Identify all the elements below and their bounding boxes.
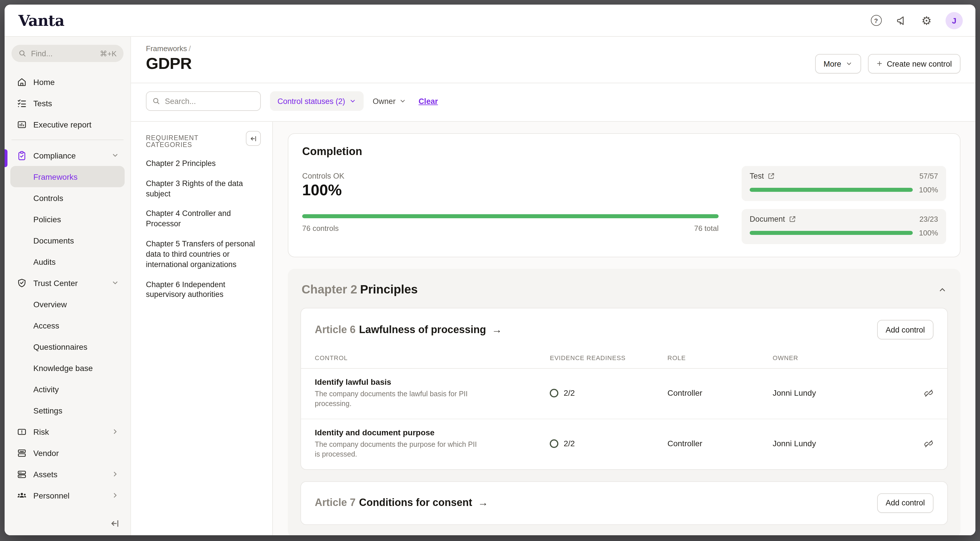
avatar[interactable]: J <box>945 12 963 29</box>
test-progress-bar <box>750 188 913 192</box>
megaphone-icon[interactable] <box>895 14 908 27</box>
completion-stats: Test 57/57 <box>741 145 946 244</box>
completion-progress-bar <box>302 214 719 218</box>
help-icon[interactable]: ? <box>870 14 882 27</box>
chevron-down-icon <box>111 152 119 159</box>
unlink-icon[interactable] <box>916 439 934 448</box>
arrow-right-icon: → <box>492 324 502 336</box>
vanta-logo: Vanta <box>18 12 64 29</box>
article-6-card: Article 6 Lawfulness of processing → Add… <box>301 308 948 469</box>
gear-icon[interactable]: ⚙ <box>920 14 933 27</box>
role-value: Controller <box>668 388 773 398</box>
sidebar-item-policies[interactable]: Policies <box>10 208 125 230</box>
requirement-categories-panel: REQUIREMENT CATEGORIES Chapter 2 Princip… <box>131 122 273 535</box>
sidebar-item-personnel[interactable]: Personnel <box>10 485 125 506</box>
document-stat-card: Document 23/23 <box>741 209 946 244</box>
panel-collapse-button[interactable] <box>246 131 261 146</box>
column-role: ROLE <box>668 354 773 361</box>
owner-filter[interactable]: Owner <box>373 97 406 105</box>
home-icon <box>16 76 27 87</box>
shield-check-icon <box>16 277 27 288</box>
chevron-up-icon[interactable] <box>938 285 947 294</box>
owner-value: Jonni Lundy <box>773 439 916 448</box>
add-control-button[interactable]: Add control <box>877 320 934 339</box>
control-description: The company documents the lawful basis f… <box>315 389 481 409</box>
sidebar-item-risk[interactable]: Risk <box>10 421 125 442</box>
control-name[interactable]: Identity and document purpose <box>315 428 550 437</box>
header-actions: More + Create new control <box>815 54 961 73</box>
unlink-icon[interactable] <box>916 388 934 398</box>
sidebar-item-access[interactable]: Access <box>10 315 125 336</box>
find-input[interactable]: Find... ⌘+K <box>11 45 124 62</box>
page-header: Frameworks/ GDPR More + <box>131 37 975 83</box>
table-row[interactable]: Identity and document purpose The compan… <box>301 418 947 469</box>
sidebar-footer <box>10 515 125 530</box>
sidebar-item-home[interactable]: Home <box>10 71 125 92</box>
owner-value: Jonni Lundy <box>773 388 916 398</box>
sidebar-collapse-icon[interactable] <box>110 519 120 528</box>
sidebar-item-questionnaires[interactable]: Questionnaires <box>10 336 125 357</box>
category-chapter-3[interactable]: Chapter 3 Rights of the data subject <box>146 178 261 199</box>
control-statuses-filter[interactable]: Control statuses (2) <box>270 91 364 111</box>
arrow-right-icon: → <box>478 497 488 509</box>
add-control-button[interactable]: Add control <box>877 493 934 512</box>
category-chapter-6[interactable]: Chapter 6 Independent supervisory author… <box>146 279 261 300</box>
app-body: Find... ⌘+K Home Tests <box>5 37 975 535</box>
top-bar: Vanta ? ⚙ J <box>5 5 975 37</box>
sidebar-item-assets[interactable]: Assets <box>10 463 125 485</box>
category-chapter-2[interactable]: Chapter 2 Principles <box>146 159 261 169</box>
sidebar-item-audits[interactable]: Audits <box>10 251 125 272</box>
document-stat-link[interactable]: Document <box>750 215 796 223</box>
sidebar-item-settings[interactable]: Settings <box>10 400 125 421</box>
article-7-title[interactable]: Article 7 Conditions for consent → <box>315 497 488 509</box>
chevron-right-icon <box>111 492 119 499</box>
sidebar-item-executive-report[interactable]: Executive report <box>10 114 125 135</box>
chapter-2-title: Chapter 2Principles <box>302 283 418 296</box>
chevron-down-icon <box>111 279 119 286</box>
framework-detail: Completion Controls OK 100% 76 controls … <box>273 122 975 535</box>
requirement-categories-heading: REQUIREMENT CATEGORIES <box>146 131 246 148</box>
breadcrumb: Frameworks/ <box>146 44 961 53</box>
category-chapter-5[interactable]: Chapter 5 Transfers of personal data to … <box>146 239 261 270</box>
test-stat-link[interactable]: Test <box>750 172 775 180</box>
app-window: Vanta ? ⚙ J <box>5 5 975 535</box>
sidebar-item-tests[interactable]: Tests <box>10 92 125 114</box>
more-button[interactable]: More <box>815 54 861 73</box>
desktop: Vanta ? ⚙ J <box>0 0 980 541</box>
external-link-icon <box>788 215 796 223</box>
filter-bar: Control statuses (2) Owner Clear <box>131 83 975 122</box>
search-box[interactable] <box>146 91 261 111</box>
find-shortcut: ⌘+K <box>100 49 117 58</box>
search-icon <box>152 97 160 105</box>
search-input[interactable] <box>165 97 255 105</box>
clear-filters-link[interactable]: Clear <box>418 97 438 105</box>
find-placeholder: Find... <box>31 49 95 58</box>
category-chapter-4[interactable]: Chapter 4 Controller and Processor <box>146 209 261 229</box>
evidence-ring-icon <box>550 439 558 448</box>
active-section-indicator <box>5 149 8 167</box>
avatar-initial: J <box>952 16 956 25</box>
topbar-actions: ? ⚙ J <box>870 12 963 29</box>
test-stat-card: Test 57/57 <box>741 166 946 201</box>
article-6-title[interactable]: Article 6 Lawfulness of processing → <box>315 324 502 336</box>
sidebar-item-overview[interactable]: Overview <box>10 293 125 315</box>
sidebar-item-controls[interactable]: Controls <box>10 187 125 208</box>
table-row[interactable]: Identify lawful basis The company docume… <box>301 369 947 418</box>
external-link-icon <box>767 172 775 180</box>
chevron-right-icon <box>111 428 119 435</box>
alert-box-icon <box>16 426 27 437</box>
sidebar-item-frameworks[interactable]: Frameworks <box>10 166 125 187</box>
sidebar-item-compliance[interactable]: Compliance <box>10 145 125 166</box>
control-name[interactable]: Identify lawful basis <box>315 377 550 387</box>
create-new-control-button[interactable]: + Create new control <box>868 54 961 73</box>
sidebar-item-knowledge-base[interactable]: Knowledge base <box>10 357 125 379</box>
sidebar-item-trust-center[interactable]: Trust Center <box>10 272 125 293</box>
document-progress-bar <box>750 231 913 235</box>
breadcrumb-frameworks[interactable]: Frameworks <box>146 44 187 53</box>
controls-ok-value: 100% <box>302 181 719 199</box>
column-owner: OWNER <box>773 354 916 361</box>
sidebar-item-vendor[interactable]: Vendor <box>10 442 125 463</box>
clipboard-check-icon <box>16 150 27 161</box>
sidebar-item-documents[interactable]: Documents <box>10 230 125 251</box>
sidebar-item-activity[interactable]: Activity <box>10 379 125 400</box>
